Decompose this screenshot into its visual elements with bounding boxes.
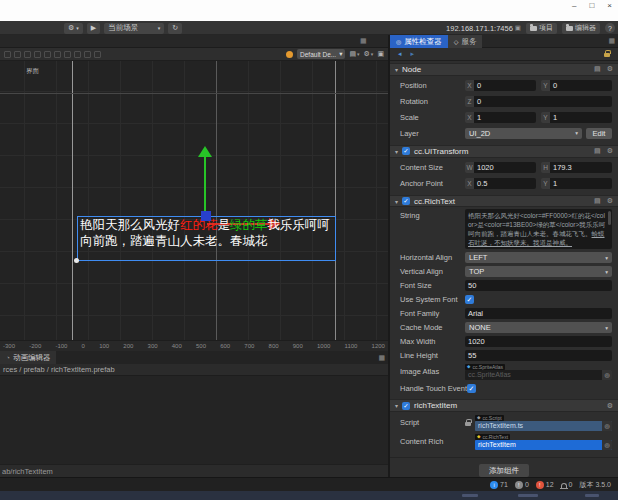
- layer-edit-button[interactable]: Edit: [586, 128, 612, 139]
- image-atlas-field[interactable]: cc.SpriteAtlas ◎: [465, 370, 612, 380]
- scrollbar[interactable]: [608, 211, 611, 225]
- position-x-input[interactable]: 0: [474, 80, 536, 91]
- open-editor-button[interactable]: 编辑器: [562, 23, 600, 34]
- align-tool-icon[interactable]: [94, 51, 101, 58]
- position-y-input[interactable]: 0: [550, 80, 612, 91]
- handle-touch-event-checkbox[interactable]: ✓: [467, 384, 476, 393]
- section-uitransform[interactable]: ▾ ✓ cc.UITransform ▤ ⚙: [390, 145, 618, 158]
- caret-down-icon: ▾: [605, 269, 608, 275]
- maximize-icon[interactable]: □: [589, 1, 594, 10]
- content-rich-value: richTextItem: [478, 441, 516, 448]
- console-error-badge[interactable]: ! 12: [536, 481, 554, 489]
- section-richtextitem[interactable]: ▾ ✓ richTextItem ⚙: [390, 399, 618, 412]
- transform-tool-icon[interactable]: [4, 51, 11, 58]
- scene-light-toggle[interactable]: [286, 51, 293, 58]
- scale-x-input[interactable]: 1: [474, 112, 536, 123]
- refresh-button[interactable]: ↻: [168, 23, 182, 34]
- gizmo-y-axis[interactable]: [204, 156, 206, 216]
- animation-timeline-area[interactable]: [0, 376, 388, 464]
- open-project-button[interactable]: 项目: [526, 23, 557, 34]
- scene-select[interactable]: 当前场景 ▾: [104, 23, 164, 34]
- asset-picker-icon[interactable]: ◎: [602, 421, 612, 431]
- tab-animation-editor[interactable]: ◔ 动画编辑器: [0, 351, 56, 364]
- vertical-align-select[interactable]: TOP ▾: [465, 266, 612, 277]
- use-system-font-checkbox[interactable]: ✓: [465, 295, 474, 304]
- script-field[interactable]: richTextItem.ts ◎: [475, 421, 612, 431]
- editor-settings-dropdown[interactable]: ⚙ ▾: [64, 23, 83, 34]
- close-icon[interactable]: ×: [607, 1, 612, 10]
- play-button[interactable]: ▶: [87, 23, 100, 34]
- image-atlas-placeholder: cc.SpriteAtlas: [468, 371, 511, 378]
- tab-service[interactable]: ◇ 服务: [448, 35, 483, 48]
- string-textarea[interactable]: 艳阳天那么风光好<color=#FF0000>红的花</color>是<colo…: [465, 209, 612, 249]
- rotation-z-input[interactable]: 0: [474, 96, 612, 107]
- font-size-input[interactable]: 50: [465, 280, 612, 291]
- anchor-x-input[interactable]: 0.5: [474, 178, 536, 189]
- align-tool-icon[interactable]: [74, 51, 81, 58]
- cache-mode-select[interactable]: NONE ▾: [465, 322, 612, 333]
- anchor-y-input[interactable]: 1: [550, 178, 612, 189]
- transform-tool-icon[interactable]: [54, 51, 61, 58]
- component-enabled-checkbox[interactable]: ✓: [402, 147, 410, 155]
- content-rich-field[interactable]: richTextItem ◎: [475, 440, 612, 450]
- component-enabled-checkbox[interactable]: ✓: [402, 197, 410, 205]
- diamond-icon: ◆: [467, 364, 470, 369]
- doc-icon[interactable]: ▤: [594, 197, 601, 205]
- gizmo-settings-dropdown[interactable]: ⚙ ▾: [364, 50, 374, 58]
- corner-handle[interactable]: [74, 258, 79, 263]
- transform-tool-icon[interactable]: [44, 51, 51, 58]
- history-forward-icon[interactable]: ▸: [411, 50, 415, 58]
- align-tool-icon[interactable]: [84, 51, 91, 58]
- layer-select[interactable]: UI_2D ▾: [465, 128, 582, 139]
- gizmo-y-arrowhead-icon[interactable]: [198, 146, 212, 157]
- font-family-input[interactable]: Arial: [465, 308, 612, 319]
- component-enabled-checkbox[interactable]: ✓: [402, 402, 410, 410]
- horizontal-align-select[interactable]: LEFT ▾: [465, 252, 612, 263]
- section-richtext[interactable]: ▾ ✓ cc.RichText ▤ ⚙: [390, 195, 618, 208]
- gizmo-anchor-handle[interactable]: [201, 211, 211, 221]
- scene-node-label: 界面: [26, 67, 39, 76]
- transform-tool-icon[interactable]: [64, 51, 71, 58]
- scale-y-input[interactable]: 1: [550, 112, 612, 123]
- inspector-lock-icon[interactable]: [604, 53, 610, 57]
- bell-icon: [561, 483, 567, 488]
- tab-inspector[interactable]: ◎ 属性检查器: [390, 35, 448, 48]
- notification-badge[interactable]: 0: [561, 481, 573, 488]
- minimize-icon[interactable]: –: [572, 1, 576, 10]
- panel-menu-icon[interactable]: ▦: [378, 354, 385, 362]
- doc-icon[interactable]: ▤: [594, 65, 601, 73]
- doc-icon[interactable]: ▤: [594, 147, 601, 155]
- scene-view[interactable]: 界面 艳阳天那么风光好红的花是绿的草我乐乐呵呵 向前跑，踏遍青山人未老。春城花: [0, 61, 388, 340]
- content-size-h-input[interactable]: 179.3: [550, 162, 612, 173]
- field-label: Position: [400, 81, 465, 90]
- transform-tool-icon[interactable]: [14, 51, 21, 58]
- console-warn-badge[interactable]: ! 0: [515, 481, 529, 489]
- richtext-line-2: 向前跑，踏遍青山人未老。春城花: [80, 233, 330, 249]
- panel-tab-row: ▦ ◎ 属性检查器 ◇ 服务 ▦: [0, 35, 618, 48]
- scene-color-button[interactable]: ▣: [377, 50, 384, 58]
- panel-menu-icon[interactable]: ▦: [360, 37, 367, 45]
- chevron-down-icon: ▾: [395, 148, 398, 155]
- gear-icon[interactable]: ⚙: [607, 402, 613, 410]
- add-component-button[interactable]: 添加组件: [479, 464, 529, 477]
- gear-icon[interactable]: ⚙: [607, 197, 613, 205]
- node-picker-icon[interactable]: ◎: [602, 440, 612, 450]
- line-height-input[interactable]: 55: [465, 350, 612, 361]
- gear-icon[interactable]: ⚙: [607, 147, 613, 155]
- transform-tool-icon[interactable]: [24, 51, 31, 58]
- field-label: Scale: [400, 113, 465, 122]
- section-node[interactable]: ▾ Node ▤ ⚙: [390, 63, 618, 76]
- panel-menu-icon[interactable]: ▦: [608, 37, 615, 45]
- asset-picker-icon[interactable]: ◎: [602, 370, 612, 380]
- view-settings-dropdown[interactable]: ▤ ▾: [349, 50, 359, 58]
- console-info-badge[interactable]: i 71: [490, 481, 508, 489]
- richtext-node-bounds[interactable]: 艳阳天那么风光好红的花是绿的草我乐乐呵呵 向前跑，踏遍青山人未老。春城花: [77, 216, 336, 261]
- content-size-w-input[interactable]: 1020: [474, 162, 536, 173]
- transform-tool-icon[interactable]: [34, 51, 41, 58]
- preview-device-select[interactable]: Default De... ▾: [297, 49, 345, 59]
- copy-icon[interactable]: ▣: [515, 24, 521, 32]
- gear-icon[interactable]: ⚙: [607, 65, 613, 73]
- help-button[interactable]: ?: [605, 23, 615, 33]
- max-width-input[interactable]: 1020: [465, 336, 612, 347]
- history-back-icon[interactable]: ◂: [398, 50, 402, 58]
